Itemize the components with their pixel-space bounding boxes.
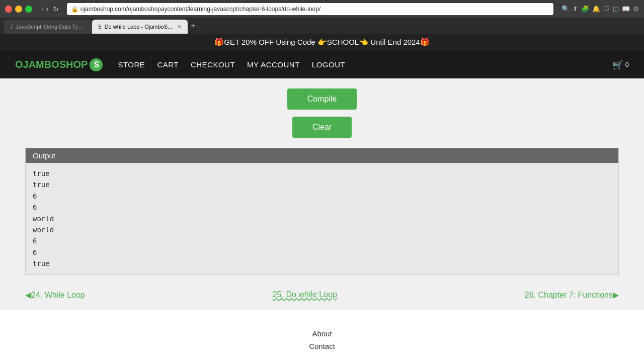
minimize-window-button[interactable] [15,6,22,13]
code-area: Compile Clear [0,78,644,143]
main-content: Compile Clear Output truetrue66worldworl… [0,78,644,310]
output-section: Output truetrue66worldworld66true [25,148,619,275]
sidebar-icon[interactable]: ◫ [613,5,619,13]
footer-link-contact[interactable]: Contact [15,342,629,350]
nav-link-account[interactable]: MY ACCOUNT [247,60,300,69]
nav-link-cart[interactable]: CART [157,60,179,69]
cart-count: 0 [625,61,629,68]
reload-button[interactable]: ↻ [53,5,59,14]
notification-icon[interactable]: 🔔 [592,5,600,13]
main-nav: OJAMBOSHOP S STORE CART CHECKOUT MY ACCO… [0,51,644,78]
prev-lesson-link[interactable]: ◀24. While Loop [25,290,85,300]
tab-close-button[interactable]: ✕ [177,24,182,30]
maximize-window-button[interactable] [25,6,32,13]
tab-favicon-2: S [98,24,102,30]
forward-button[interactable]: › [46,5,48,14]
settings-icon[interactable]: ⚙ [633,5,639,13]
nav-arrows: ‹ › ↻ [41,5,59,14]
output-line: true [33,258,611,269]
search-icon[interactable]: 🔍 [561,5,570,13]
address-bar[interactable]: 🔒 ojamboshop.com/ojamboshopaycontent/lea… [67,3,553,15]
reader-icon[interactable]: 📖 [622,5,630,13]
output-line: true [33,179,611,190]
address-text: ojamboshop.com/ojamboshopaycontent/learn… [80,6,321,13]
shield-icon[interactable]: 🛡 [603,5,610,13]
cart-icon: 🛒 [612,59,623,70]
output-line: 6 [33,202,611,213]
output-line: true [33,168,611,179]
nav-link-logout[interactable]: LOGOUT [312,60,345,69]
back-button[interactable]: ‹ [41,5,44,14]
nav-logo[interactable]: OJAMBOSHOP S [15,58,103,71]
bottom-nav: ◀24. While Loop 25. Do while Loop 26. Ch… [0,280,644,310]
output-body: truetrue66worldworld66true [26,163,618,275]
promo-text: 🎁GET 20% OFF Using Code 👉SCHOOL👈 Until E… [214,38,430,46]
tab-bar: J JavaScript String Data Type - O S Do w… [0,18,644,34]
tab-inactive[interactable]: J JavaScript String Data Type - O [4,20,92,34]
tab-active[interactable]: S Do while Loop - OjamboS... ✕ [92,20,188,34]
compile-button[interactable]: Compile [287,88,357,110]
tab-title-1: JavaScript String Data Type - O [16,24,86,30]
output-line: 6 [33,247,611,258]
nav-cart[interactable]: 🛒 0 [612,59,629,70]
promo-banner: 🎁GET 20% OFF Using Code 👉SCHOOL👈 Until E… [0,34,644,51]
output-line: 6 [33,235,611,246]
output-line: 6 [33,191,611,202]
current-lesson-link[interactable]: 25. Do while Loop [273,290,337,299]
window-controls [5,6,32,13]
output-header: Output [26,148,618,163]
next-lesson-link[interactable]: 26. Chapter 7: Functions▶ [525,290,619,300]
output-line: world [33,213,611,224]
tab-favicon-1: J [10,24,13,30]
nav-link-checkout[interactable]: CHECKOUT [191,60,235,69]
nav-link-store[interactable]: STORE [118,60,145,69]
browser-chrome: ‹ › ↻ 🔒 ojamboshop.com/ojamboshopayconte… [0,0,644,18]
footer-link-about[interactable]: About [15,329,629,338]
logo-icon: S [90,58,103,71]
logo-text: OJAMBOSHOP [15,59,88,70]
extensions-icon[interactable]: 🧩 [581,5,589,13]
clear-button[interactable]: Clear [292,117,352,138]
nav-links: STORE CART CHECKOUT MY ACCOUNT LOGOUT [118,60,345,69]
new-tab-button[interactable]: + [191,21,195,30]
close-window-button[interactable] [5,6,12,13]
footer: About Contact [0,310,644,362]
lock-icon: 🔒 [71,6,78,13]
output-line: world [33,224,611,235]
toolbar-icons: 🔍 ⬆ 🧩 🔔 🛡 ◫ 📖 ⚙ [561,5,639,13]
tab-title-2: Do while Loop - OjamboS... [105,24,173,30]
share-icon[interactable]: ⬆ [573,5,578,13]
